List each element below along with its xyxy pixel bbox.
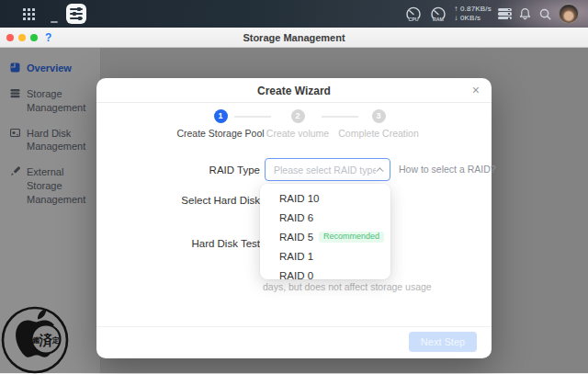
option-raid-5[interactable]: RAID 5 Recommended xyxy=(260,227,390,246)
raid-help-link[interactable]: How to select a RAID? xyxy=(399,164,496,175)
step-complete-creation: 3 Complete Creation xyxy=(323,109,434,139)
network-speed: ↑ 0.87KB/s ↓ 0KB/s xyxy=(454,5,492,23)
option-label: RAID 0 xyxy=(279,270,313,280)
option-raid-6[interactable]: RAID 6 xyxy=(260,208,390,227)
modal-header: Create Wizard × xyxy=(96,78,492,103)
svg-text:CPU: CPU xyxy=(409,17,419,22)
modal-title: Create Wizard xyxy=(96,85,492,97)
raid-type-dropdown: RAID 10 RAID 6 RAID 5 Recommended RAID 1… xyxy=(260,184,390,279)
footer-divider xyxy=(96,326,492,327)
window-title: Storage Management xyxy=(0,32,588,43)
download-speed: 0KB/s xyxy=(460,14,481,22)
create-wizard-modal: Create Wizard × 1 Create Storage Pool 2 … xyxy=(96,78,492,358)
screen: CPU RAM ↑ 0.87KB/s ↓ 0KB/s xyxy=(0,0,588,374)
raid-type-placeholder: Please select RAID type xyxy=(274,164,376,176)
app-grid-icon[interactable] xyxy=(23,8,36,20)
active-app-indicator xyxy=(51,21,58,23)
watermark-logo: 鑑 済 定 xyxy=(0,303,72,374)
cpu-gauge-icon[interactable]: CPU xyxy=(404,5,423,23)
hard-disk-test-label: Hard Disk Test xyxy=(96,238,260,249)
disk-test-note: days, but does not affect storage usage xyxy=(263,281,432,292)
option-raid-0[interactable]: RAID 0 xyxy=(260,266,390,279)
option-label: RAID 6 xyxy=(279,212,313,223)
recommended-badge: Recommended xyxy=(319,232,384,243)
option-raid-10[interactable]: RAID 10 xyxy=(260,188,390,208)
option-raid-1[interactable]: RAID 1 xyxy=(260,246,390,266)
step-label: Complete Creation xyxy=(323,128,434,139)
server-stack-icon[interactable] xyxy=(498,7,512,20)
bell-icon[interactable] xyxy=(518,6,532,21)
upload-arrow-icon: ↑ xyxy=(454,5,458,13)
svg-text:済: 済 xyxy=(39,333,53,347)
raid-type-label: RAID Type xyxy=(96,164,260,176)
next-step-button[interactable]: Next Step xyxy=(409,332,477,352)
upload-speed: 0.87KB/s xyxy=(460,5,492,13)
control-panel-app-icon[interactable] xyxy=(66,4,86,24)
desktop-menubar: CPU RAM ↑ 0.87KB/s ↓ 0KB/s xyxy=(0,0,588,28)
option-label: RAID 1 xyxy=(279,251,313,262)
step-number: 2 xyxy=(291,109,305,123)
window-titlebar: ? Storage Management xyxy=(0,28,588,48)
svg-text:RAM: RAM xyxy=(433,17,444,22)
step-number: 1 xyxy=(214,109,228,123)
ram-gauge-icon[interactable]: RAM xyxy=(429,5,447,23)
storage-management-window: ? Storage Management Overview xyxy=(0,28,588,374)
option-label: RAID 10 xyxy=(279,193,319,204)
step-number: 3 xyxy=(372,109,386,123)
svg-text:定: 定 xyxy=(51,335,60,345)
select-hard-disk-label: Select Hard Disk xyxy=(96,195,260,206)
search-icon[interactable] xyxy=(538,7,552,21)
raid-type-select[interactable]: Please select RAID type xyxy=(265,158,390,181)
download-arrow-icon: ↓ xyxy=(454,14,458,22)
user-avatar[interactable] xyxy=(559,4,579,24)
close-icon[interactable]: × xyxy=(472,83,480,97)
option-label: RAID 5 xyxy=(279,232,313,243)
chevron-up-icon xyxy=(376,167,383,175)
